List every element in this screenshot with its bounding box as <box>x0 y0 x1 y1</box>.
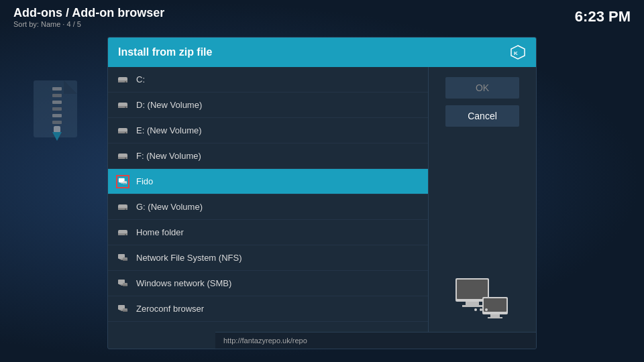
file-list[interactable]: C: D: (New Volume) E: (New Volume) F: (N… <box>108 67 429 349</box>
file-item-label: C: <box>136 74 145 84</box>
svg-point-55 <box>123 310 124 312</box>
file-list-item[interactable]: G: (New Volume) <box>108 194 428 220</box>
drive-icon <box>116 99 129 112</box>
file-list-item[interactable]: Windows network (SMB) <box>108 271 428 296</box>
file-list-item[interactable]: Zeroconf browser <box>108 296 428 322</box>
modal-body: C: D: (New Volume) E: (New Volume) F: (N… <box>108 67 536 349</box>
file-item-label: G: (New Volume) <box>136 202 203 212</box>
clock: 6:23 PM <box>575 8 631 25</box>
svg-rect-59 <box>457 280 488 299</box>
svg-rect-6 <box>52 114 62 117</box>
svg-rect-35 <box>118 233 127 235</box>
ok-button[interactable]: OK <box>445 77 519 99</box>
zip-icon <box>27 77 87 151</box>
drive-icon <box>116 73 129 86</box>
svg-point-14 <box>125 81 126 82</box>
svg-point-42 <box>124 259 125 261</box>
file-item-label: Fido <box>136 176 153 186</box>
file-item-label: Zeroconf browser <box>136 304 204 314</box>
file-list-item[interactable]: C: <box>108 67 428 93</box>
top-bar: Add-ons / Add-on browser Sort by: Name ·… <box>0 0 644 34</box>
file-item-label: Windows network (SMB) <box>136 278 231 288</box>
svg-point-43 <box>125 259 127 261</box>
svg-point-49 <box>124 285 125 286</box>
file-item-label: F: (New Volume) <box>136 151 201 161</box>
svg-rect-8 <box>54 126 60 133</box>
svg-marker-10 <box>511 46 525 59</box>
network-icon <box>116 302 129 316</box>
file-item-label: E: (New Volume) <box>136 125 202 135</box>
cancel-button[interactable]: Cancel <box>445 105 519 127</box>
drive-icon <box>116 226 129 239</box>
svg-rect-65 <box>488 317 502 318</box>
svg-rect-4 <box>52 101 62 104</box>
file-list-item[interactable]: E: (New Volume) <box>108 118 428 143</box>
file-item-label: Network File System (NFS) <box>136 253 241 263</box>
file-list-item[interactable]: D: (New Volume) <box>108 93 428 118</box>
svg-point-50 <box>125 285 127 286</box>
svg-point-48 <box>123 285 124 286</box>
drive-icon <box>116 124 129 137</box>
network-devices-icon <box>452 272 513 332</box>
kodi-logo-icon: K <box>510 44 526 60</box>
svg-point-57 <box>125 310 127 312</box>
modal: Install from zip file K C: D: (New Volum… <box>107 37 537 349</box>
breadcrumb-area: Add-ons / Add-on browser Sort by: Name ·… <box>13 6 164 28</box>
modal-title: Install from zip file <box>118 46 212 58</box>
svg-rect-16 <box>118 106 127 108</box>
zip-icon-area <box>20 74 94 154</box>
svg-point-23 <box>125 158 126 159</box>
svg-point-20 <box>125 132 126 133</box>
svg-point-68 <box>485 308 488 311</box>
network-icon <box>116 251 129 265</box>
svg-point-17 <box>125 107 126 108</box>
svg-point-30 <box>125 182 126 183</box>
file-list-item[interactable]: Fido <box>108 169 428 194</box>
file-list-item[interactable]: F: (New Volume) <box>108 143 428 169</box>
status-url: http://fantazyrepo.uk/repo <box>223 337 307 345</box>
drive-icon <box>116 200 129 214</box>
svg-text:K: K <box>514 50 518 56</box>
file-item-label: Home folder <box>136 227 184 237</box>
status-bar: http://fantazyrepo.uk/repo 10 items - 1/… <box>215 332 537 349</box>
right-panel: OK Cancel <box>429 67 536 349</box>
svg-rect-60 <box>466 302 479 305</box>
svg-point-36 <box>125 234 126 235</box>
file-list-item[interactable]: Home folder <box>108 220 428 245</box>
svg-rect-13 <box>118 80 127 82</box>
svg-rect-2 <box>52 87 62 90</box>
svg-rect-32 <box>118 208 127 210</box>
svg-point-66 <box>474 308 477 311</box>
svg-rect-22 <box>118 157 127 159</box>
svg-rect-61 <box>462 305 482 307</box>
svg-point-29 <box>124 182 125 183</box>
svg-point-67 <box>480 308 482 311</box>
network-icon-area <box>445 265 519 339</box>
svg-point-28 <box>123 182 123 183</box>
svg-rect-64 <box>490 314 500 317</box>
svg-rect-7 <box>52 121 62 124</box>
page-title: Add-ons / Add-on browser <box>13 6 164 20</box>
svg-rect-19 <box>118 131 127 133</box>
network-icon <box>116 277 129 290</box>
file-list-item[interactable]: Network File System (NFS) <box>108 245 428 271</box>
network-icon <box>116 175 129 188</box>
drive-icon <box>116 149 129 163</box>
modal-header: Install from zip file K <box>108 38 536 67</box>
svg-point-41 <box>123 259 124 261</box>
svg-point-56 <box>124 310 125 312</box>
breadcrumb-sub: Sort by: Name · 4 / 5 <box>13 20 164 28</box>
svg-rect-3 <box>52 94 62 97</box>
file-item-label: D: (New Volume) <box>136 100 202 110</box>
svg-rect-5 <box>52 107 62 111</box>
svg-point-33 <box>125 208 126 210</box>
